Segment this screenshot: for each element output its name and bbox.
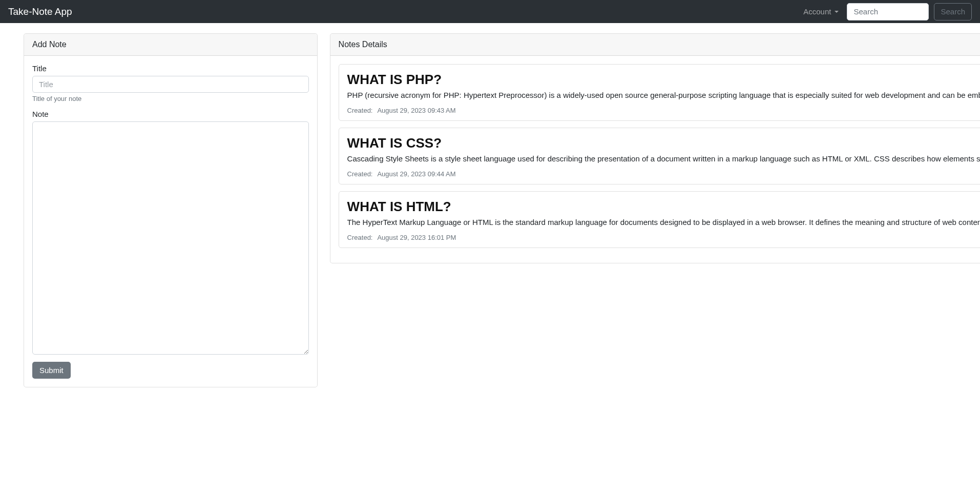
title-label: Title [32, 64, 309, 73]
notes-details-card: Notes Details View All Notes WHAT IS PHP… [330, 33, 980, 263]
created-value: August 29, 2023 09:44 AM [377, 170, 455, 178]
note-title: WHAT IS PHP? [347, 72, 980, 88]
note-item: WHAT IS CSS? Cascading Style Sheets is a… [339, 128, 980, 184]
note-title: WHAT IS CSS? [347, 135, 980, 151]
add-note-header: Add Note [24, 34, 317, 56]
note-meta: Created: August 29, 2023 09:44 AM [347, 170, 980, 178]
created-label: Created: [347, 107, 373, 114]
title-input[interactable] [32, 76, 309, 93]
created-value: August 29, 2023 16:01 PM [377, 234, 456, 241]
navbar-right: Account Search [800, 3, 972, 20]
submit-button[interactable]: Submit [32, 362, 71, 379]
add-note-card: Add Note Title Title of your note Note S… [24, 33, 318, 387]
note-textarea[interactable] [32, 121, 309, 355]
note-meta: Created: August 29, 2023 09:43 AM [347, 107, 980, 114]
created-label: Created: [347, 170, 373, 178]
note-title: WHAT IS HTML? [347, 199, 980, 215]
app-brand[interactable]: Take-Note App [8, 6, 72, 17]
created-value: August 29, 2023 09:43 AM [377, 107, 455, 114]
add-note-body: Title Title of your note Note Submit [24, 56, 317, 387]
navbar: Take-Note App Account Search [0, 0, 980, 23]
left-column: Add Note Title Title of your note Note S… [24, 33, 318, 387]
note-item: WHAT IS HTML? The HyperText Markup Langu… [339, 191, 980, 248]
notes-list: WHAT IS PHP? PHP (recursive acronym for … [330, 56, 980, 263]
created-label: Created: [347, 234, 373, 241]
notes-details-header: Notes Details View All Notes [330, 34, 980, 56]
right-column: Notes Details View All Notes WHAT IS PHP… [330, 33, 980, 387]
note-body: Cascading Style Sheets is a style sheet … [347, 154, 980, 163]
account-dropdown[interactable]: Account [800, 5, 842, 18]
note-body: PHP (recursive acronym for PHP: Hypertex… [347, 91, 980, 99]
search-input[interactable] [847, 3, 929, 20]
search-button[interactable]: Search [934, 3, 972, 20]
note-label: Note [32, 110, 309, 118]
note-meta: Created: August 29, 2023 16:01 PM [347, 234, 980, 241]
notes-details-title: Notes Details [339, 40, 387, 49]
title-hint: Title of your note [32, 95, 309, 102]
chevron-down-icon [835, 11, 839, 13]
main-container: Add Note Title Title of your note Note S… [0, 23, 980, 398]
note-body: The HyperText Markup Language or HTML is… [347, 218, 980, 226]
note-item: WHAT IS PHP? PHP (recursive acronym for … [339, 64, 980, 121]
account-label: Account [803, 7, 831, 16]
